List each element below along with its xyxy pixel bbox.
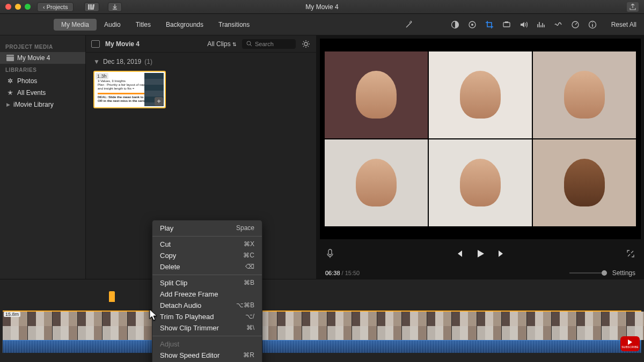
sidebar-item-label: My Movie 4 [17, 54, 50, 62]
zoom-slider[interactable] [569, 272, 607, 274]
wand-icon[interactable] [404, 20, 414, 29]
browser-settings-icon[interactable] [301, 39, 311, 49]
timeline-frame[interactable] [577, 312, 602, 340]
mouse-cursor-icon [149, 308, 162, 321]
timeline-frame[interactable] [527, 312, 552, 340]
crop-icon[interactable] [485, 20, 494, 29]
back-label: Projects [47, 4, 68, 10]
menu-item-add-freeze-frame[interactable]: Add Freeze Frame [152, 289, 262, 300]
share-icon [630, 4, 636, 10]
equalizer-icon[interactable] [536, 20, 546, 29]
menu-item-shortcut: ⌘C [243, 252, 254, 260]
video-tile [325, 51, 428, 138]
menu-item-show-clip-trimmer[interactable]: Show Clip Trimmer⌘\ [152, 322, 262, 334]
timeline-frame[interactable] [28, 312, 53, 340]
next-button[interactable] [497, 249, 507, 258]
subscribe-label: SUBSCRIBE [621, 345, 639, 349]
tab-audio[interactable]: Audio [97, 19, 128, 31]
menu-item-detach-audio[interactable]: Detach Audio⌥⌘B [152, 300, 262, 311]
search-icon [246, 41, 252, 47]
timeline-frame[interactable] [78, 312, 103, 340]
timeline-frame[interactable] [377, 312, 402, 340]
video-canvas[interactable] [320, 39, 641, 239]
noise-icon[interactable] [553, 20, 563, 29]
timeline-frame[interactable] [277, 312, 303, 340]
timeline-frame[interactable] [477, 312, 502, 340]
menu-item-show-speed-editor[interactable]: Show Speed Editor⌘R [152, 350, 262, 361]
timeline-frame[interactable] [552, 312, 577, 340]
date-group-header[interactable]: ▼ Dec 18, 2019 (1) [86, 53, 316, 69]
layout-toggle-icon[interactable] [91, 40, 100, 48]
media-clip-thumbnail[interactable]: 1.3h 3 Values, 3 InsightsPlan · Prioriti… [93, 71, 166, 108]
speed-icon[interactable] [570, 20, 580, 29]
reset-all-button[interactable]: Reset All [611, 21, 636, 28]
timeline-frame[interactable] [452, 312, 477, 340]
tab-titles[interactable]: Titles [128, 19, 158, 31]
settings-button[interactable]: Settings [612, 269, 635, 277]
svg-rect-2 [92, 4, 94, 10]
menu-item-label: Trim To Playhead [160, 313, 214, 321]
import-media-button[interactable] [84, 2, 99, 12]
close-window-icon[interactable] [5, 4, 11, 10]
media-tabs: My Media Audio Titles Backgrounds Transi… [54, 19, 257, 31]
prev-button[interactable] [454, 249, 464, 258]
disclosure-triangle-icon[interactable]: ▶ [6, 102, 10, 107]
share-button[interactable] [627, 2, 639, 12]
timeline-frame[interactable] [327, 312, 353, 340]
menu-item-play[interactable]: PlaySpace [152, 223, 262, 234]
minimize-window-icon[interactable] [15, 4, 21, 10]
audio-track[interactable] [3, 340, 641, 353]
svg-point-11 [247, 41, 251, 45]
context-menu: PlaySpaceCut⌘XCopy⌘CDelete⌫Split Clip⌘BA… [152, 220, 262, 362]
menu-item-shortcut: ⌘X [244, 240, 254, 248]
timeline-frame[interactable] [352, 312, 377, 340]
window-titlebar: ‹ Projects My Movie 4 [0, 0, 644, 14]
timeline-ruler[interactable] [0, 279, 644, 303]
timeline-frame[interactable] [402, 312, 427, 340]
download-arrow-icon [112, 4, 118, 10]
timeline-frame[interactable] [103, 312, 128, 340]
color-balance-icon[interactable] [450, 20, 460, 29]
menu-item-shortcut: ⌫ [245, 263, 254, 271]
play-button[interactable] [475, 249, 485, 258]
timeline-frame[interactable] [502, 312, 527, 340]
zoom-window-icon[interactable] [25, 4, 31, 10]
search-input[interactable]: Search [242, 39, 296, 49]
volume-icon[interactable] [519, 20, 529, 29]
menu-item-label: Split Clip [160, 279, 187, 287]
playhead-icon[interactable] [109, 291, 115, 302]
youtube-subscribe-badge[interactable]: SUBSCRIBE [620, 336, 640, 351]
video-track[interactable] [3, 311, 641, 340]
tab-my-media[interactable]: My Media [54, 19, 97, 31]
play-triangle-icon [628, 339, 632, 345]
filter-dropdown[interactable]: All Clips ⇅ [207, 40, 237, 48]
menu-separator [152, 275, 262, 275]
sidebar-item-my-movie[interactable]: My Movie 4 [0, 52, 85, 64]
timeline-frame[interactable] [53, 312, 78, 340]
download-button[interactable] [108, 2, 122, 12]
info-icon[interactable] [588, 20, 597, 29]
sidebar-item-imovie-library[interactable]: ▶ iMovie Library [0, 99, 85, 110]
current-time: 06:38 [325, 270, 340, 276]
menu-item-cut[interactable]: Cut⌘X [152, 239, 262, 250]
menu-item-copy[interactable]: Copy⌘C [152, 250, 262, 261]
preview-viewer: 06:38 / 15:50 Settings [317, 35, 644, 279]
time-row: 06:38 / 15:50 Settings [317, 267, 644, 279]
menu-item-delete[interactable]: Delete⌫ [152, 261, 262, 272]
stabilize-icon[interactable] [502, 20, 511, 29]
menu-item-shortcut: ⌘R [243, 351, 254, 359]
timeline[interactable]: 15.8m [0, 279, 644, 362]
menu-item-split-clip[interactable]: Split Clip⌘B [152, 277, 262, 289]
tab-transitions[interactable]: Transitions [211, 19, 257, 31]
tab-backgrounds[interactable]: Backgrounds [158, 19, 211, 31]
add-clip-button[interactable]: + [155, 97, 163, 106]
video-tile [429, 139, 532, 226]
color-wheel-icon[interactable] [467, 20, 477, 29]
timeline-frame[interactable] [427, 312, 452, 340]
timeline-frame[interactable] [302, 312, 327, 340]
menu-item-trim-to-playhead[interactable]: Trim To Playhead⌥/ [152, 311, 262, 322]
video-grid [325, 51, 636, 226]
sidebar-item-all-events[interactable]: ✭ All Events [0, 87, 85, 99]
back-to-projects-button[interactable]: ‹ Projects [37, 2, 74, 12]
sidebar-item-photos[interactable]: ✲ Photos [0, 75, 85, 87]
